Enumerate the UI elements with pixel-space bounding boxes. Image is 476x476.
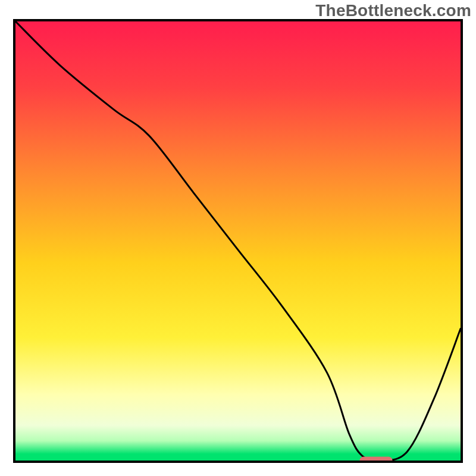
- bottleneck-curve: [15, 21, 461, 461]
- chart-container: TheBottleneck.com: [0, 0, 476, 476]
- watermark-text: TheBottleneck.com: [315, 1, 471, 20]
- minimum-marker: [359, 457, 392, 464]
- curve-svg: [15, 21, 461, 461]
- plot-area: [13, 19, 463, 463]
